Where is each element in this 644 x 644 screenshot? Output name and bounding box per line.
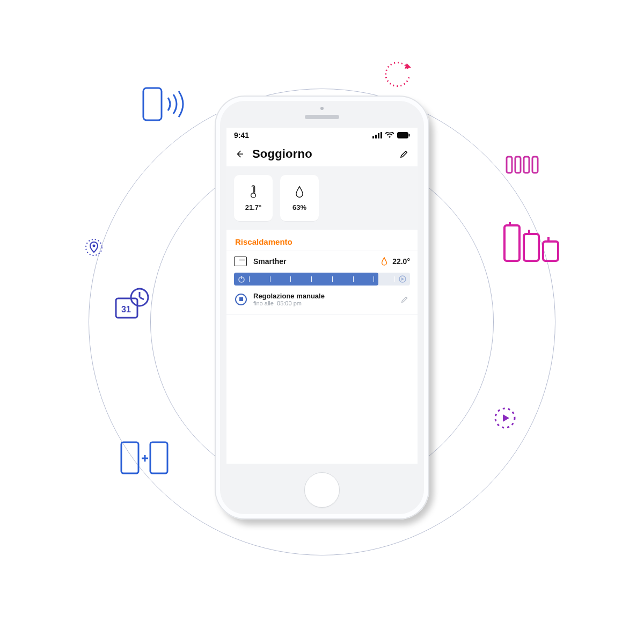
humidity-card[interactable]: 63% [280, 175, 319, 221]
back-icon[interactable] [235, 149, 245, 159]
status-time: 9:41 [234, 131, 249, 140]
metrics-strip: 21.7° 63% [226, 166, 418, 230]
device-name: Smarther [253, 257, 286, 266]
room-title: Soggiorno [252, 147, 312, 161]
phone-frame: 9:41 Soggiorno 21.7° [215, 96, 429, 519]
svg-rect-7 [543, 241, 558, 261]
heating-section-title: Riscaldamento [226, 230, 418, 251]
bars-chart-icon [502, 220, 561, 264]
mode-until-time: 05:00 pm [277, 300, 302, 306]
room-header: Soggiorno [226, 143, 418, 166]
svg-rect-29 [409, 134, 410, 137]
mode-row[interactable]: Regolazione manuale fino alle 05:00 pm [234, 286, 410, 308]
svg-rect-13 [150, 442, 167, 473]
radiator-icon [506, 155, 539, 175]
mode-until-prefix: fino alle [253, 300, 274, 306]
temperature-card[interactable]: 21.7° [234, 175, 273, 221]
cellular-icon [372, 132, 382, 138]
device-setpoint: 22.0° [392, 257, 410, 266]
svg-rect-1 [507, 157, 512, 173]
droplet-icon [294, 185, 305, 199]
play-ring-icon [493, 406, 517, 430]
svg-rect-3 [524, 157, 529, 173]
manual-mode-icon [235, 294, 247, 305]
boost-icon [398, 275, 407, 283]
svg-rect-0 [143, 88, 162, 120]
svg-rect-26 [380, 132, 382, 138]
humidity-value: 63% [292, 203, 306, 211]
svg-rect-24 [375, 135, 377, 138]
svg-rect-12 [121, 442, 138, 473]
refresh-icon [383, 61, 412, 90]
svg-point-22 [93, 245, 96, 247]
temperature-value: 21.7° [245, 203, 262, 211]
svg-rect-6 [524, 234, 539, 261]
temperature-slider[interactable] [234, 273, 410, 286]
svg-rect-4 [532, 157, 538, 173]
svg-rect-25 [378, 133, 379, 138]
status-bar: 9:41 [226, 128, 418, 143]
home-button[interactable] [304, 472, 340, 508]
wifi-icon [385, 132, 394, 138]
device-card: Smarther 22.0° [226, 251, 418, 314]
phone-broadcast-icon [142, 87, 185, 122]
svg-rect-28 [398, 133, 407, 137]
mode-title: Regolazione manuale [253, 292, 325, 300]
svg-rect-5 [504, 225, 519, 261]
svg-rect-2 [515, 157, 521, 173]
battery-icon [397, 132, 410, 138]
svg-text:31: 31 [121, 305, 131, 314]
edit-mode-icon[interactable] [400, 295, 409, 304]
svg-line-20 [140, 297, 144, 299]
add-device-icon [119, 440, 171, 477]
app-screen: 9:41 Soggiorno 21.7° [226, 128, 418, 464]
flame-icon [380, 257, 388, 266]
svg-point-31 [251, 193, 256, 197]
phone-speaker [305, 115, 339, 119]
location-target-icon [83, 236, 105, 259]
calendar-clock-icon: 31 [114, 287, 151, 321]
thermostat-device-icon [234, 257, 247, 266]
slider-ticks [234, 273, 410, 286]
svg-rect-23 [372, 136, 374, 138]
phone-camera-dot [320, 107, 324, 110]
edit-icon[interactable] [399, 149, 409, 159]
thermometer-icon [247, 185, 259, 199]
